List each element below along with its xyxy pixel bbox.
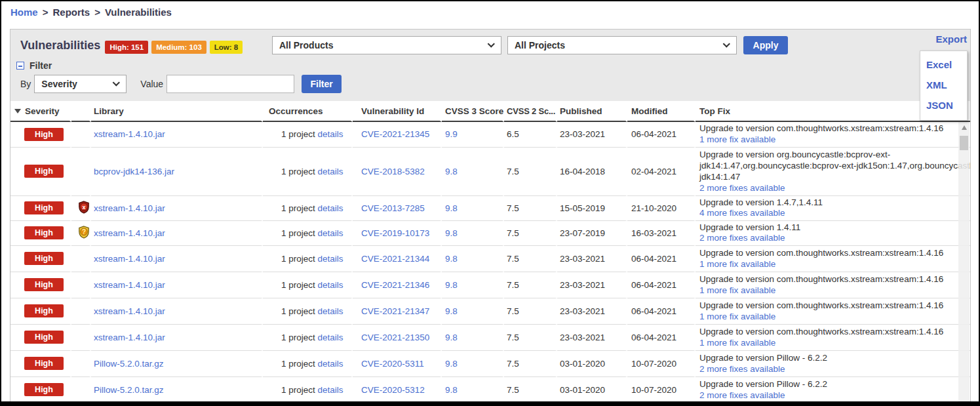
top-fix-text: Upgrade to version org.bouncycastle:bcpr… [699,149,970,182]
export-menu-item-json[interactable]: JSON [926,96,967,116]
severity-badge: High [24,278,64,291]
library-link[interactable]: xstream-1.4.10.jar [94,254,165,264]
published-date: 03-01-2020 [557,377,627,403]
published-date: 16-04-2018 [557,148,627,196]
cvss3-score-link[interactable]: 9.8 [445,385,458,395]
cvss3-score-link[interactable]: 9.8 [445,228,458,238]
filter-value-input[interactable] [167,75,294,93]
top-fix-text: Upgrade to version com.thoughtworks.xstr… [699,274,970,285]
details-link[interactable]: details [318,280,343,290]
vulnerability-id-link[interactable]: CVE-2021-21347 [361,306,429,316]
cvss3-score-link[interactable]: 9.8 [445,333,458,342]
apply-button[interactable]: Apply [743,36,788,54]
breadcrumb-reports[interactable]: Reports [52,7,90,18]
vulnerability-id-link[interactable]: CVE-2020-5312 [361,385,425,395]
cvss3-score-link[interactable]: 9.9 [445,129,458,139]
page-title: Vulnerabilities [20,39,100,52]
filter-by-dropdown[interactable]: Severity [34,75,127,93]
top-fix-text: Upgrade to version Pillow - 6.2.2 [699,352,970,363]
severity-badge: High [24,331,64,344]
details-link[interactable]: details [318,203,343,213]
details-link[interactable]: details [318,254,343,264]
library-link[interactable]: Pillow-5.2.0.tar.gz [94,359,164,369]
details-link[interactable]: details [318,359,343,369]
details-link[interactable]: details [318,385,343,395]
severity-badge: High [24,383,64,396]
svg-text:?: ? [82,228,86,235]
library-link[interactable]: bcprov-jdk14-136.jar [94,167,174,176]
vulnerability-id-link[interactable]: CVE-2021-21344 [361,254,429,264]
library-link[interactable]: xstream-1.4.10.jar [94,203,165,213]
vulnerability-id-link[interactable]: CVE-2013-7285 [361,203,425,213]
table-row: Highxstream-1.4.10.jar1 project detailsC… [10,325,970,351]
cvss3-score-link[interactable]: 9.8 [445,203,458,213]
more-fixes-link[interactable]: 2 more fixes available [699,183,785,193]
more-fixes-link[interactable]: 2 more fixes available [699,390,785,400]
library-link[interactable]: xstream-1.4.10.jar [94,306,165,316]
vertical-scrollbar[interactable] [958,122,970,401]
vulnerability-id-link[interactable]: CVE-2021-21346 [361,280,429,290]
collapse-filter-icon[interactable] [16,62,24,70]
more-fixes-link[interactable]: 2 more fixes available [699,233,785,243]
export-menu-item-excel[interactable]: Excel [926,55,967,75]
chevron-down-icon [488,40,495,47]
details-link[interactable]: details [318,306,343,316]
projects-dropdown[interactable]: All Projects [507,36,737,54]
table-row: Highxxstream-1.4.10.jar1 project details… [10,196,970,221]
column-header-Vulnerability Id: Vulnerability Id [353,101,442,122]
occurrences-count: 1 project [281,280,315,290]
severity-badge: High [24,201,64,214]
library-link[interactable]: xstream-1.4.10.jar [94,280,165,290]
library-link[interactable]: xstream-1.4.10.jar [94,333,165,342]
cvss3-score-link[interactable]: 9.8 [445,254,458,264]
column-header-Severity[interactable]: Severity [10,101,71,122]
vulnerability-id-link[interactable]: CVE-2019-10173 [361,228,429,238]
cvss3-score-link[interactable]: 9.8 [445,280,458,290]
modified-date: 06-04-2021 [627,272,696,298]
details-link[interactable]: details [318,333,343,342]
occurrences-count: 1 project [281,228,315,238]
table-row: HighPillow-5.2.0.tar.gz1 project details… [10,377,970,403]
export-menu: ExcelXMLJSON [920,51,968,121]
vulnerability-id-link[interactable]: CVE-2018-5382 [361,167,425,176]
more-fixes-link[interactable]: 1 more fix available [699,259,775,269]
more-fixes-link[interactable]: 2 more fixes available [699,364,785,374]
vulnerabilities-panel: Vulnerabilities High: 151Medium: 103Low:… [10,29,971,401]
table-header-row: SeverityLibraryOccurrencesVulnerability … [10,101,970,122]
products-dropdown[interactable]: All Products [272,36,501,54]
library-link[interactable]: xstream-1.4.10.jar [94,129,165,139]
cvss3-score-link[interactable]: 9.8 [445,306,458,316]
export-menu-item-xml[interactable]: XML [926,75,967,96]
more-fixes-link[interactable]: 1 more fix available [699,285,775,295]
column-header-CVSS 2 Sc...: CVSS 2 Sc... [504,101,557,122]
more-fixes-link[interactable]: 4 more fixes available [699,208,785,218]
top-fix-text: Upgrade to version 1.4.11 [699,222,970,233]
column-header-Library: Library [91,101,263,122]
more-fixes-link[interactable]: 1 more fix available [699,312,775,321]
occurrences-count: 1 project [281,167,315,176]
cvss3-score-link[interactable]: 9.8 [445,359,458,369]
details-link[interactable]: details [318,129,343,139]
table-row: Highxstream-1.4.10.jar1 project detailsC… [10,298,970,325]
library-link[interactable]: xstream-1.4.10.jar [94,228,165,238]
summary-badge-0: High: 151 [105,41,148,54]
chevron-down-icon [723,40,730,47]
panel-header: Vulnerabilities High: 151Medium: 103Low:… [10,30,970,101]
scrollbar-thumb[interactable] [960,136,968,150]
details-link[interactable]: details [318,228,343,238]
filter-section-label: Filter [29,60,52,71]
more-fixes-link[interactable]: 1 more fix available [699,134,775,144]
breadcrumb-home[interactable]: Home [10,7,38,18]
table-row: Highxstream-1.4.10.jar1 project detailsC… [10,246,970,272]
scroll-up-icon[interactable] [962,125,967,130]
vulnerability-id-link[interactable]: CVE-2020-5311 [361,359,424,369]
export-link[interactable]: Export [935,33,967,46]
filter-button[interactable]: Filter [302,75,342,93]
library-link[interactable]: Pillow-5.2.0.tar.gz [94,385,164,395]
vulnerability-id-link[interactable]: CVE-2021-21350 [361,333,429,342]
details-link[interactable]: details [318,167,343,176]
more-fixes-link[interactable]: 1 more fix available [699,338,775,348]
vulnerability-id-link[interactable]: CVE-2021-21345 [361,129,429,139]
cvss3-score-link[interactable]: 9.8 [445,167,458,176]
sort-desc-icon[interactable] [14,109,21,113]
